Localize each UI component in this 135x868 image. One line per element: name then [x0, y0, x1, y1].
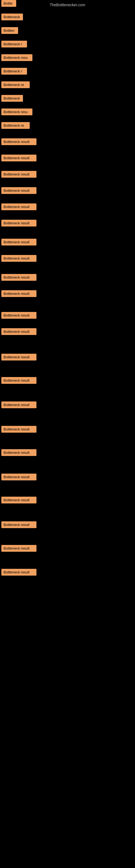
bottleneck-row-5: Bottleneck r [0, 68, 135, 76]
bottleneck-badge[interactable]: Bottleneck resu [1, 108, 32, 115]
bottleneck-badge[interactable]: Bottleneck result [1, 474, 37, 480]
bottleneck-badge[interactable]: Bottleneck result [1, 497, 37, 503]
bottleneck-row-0: Bottle [0, 0, 135, 8]
bottleneck-row-7: Bottleneck [0, 95, 135, 103]
bottleneck-row-1: Bottleneck [0, 13, 135, 22]
bottleneck-badge[interactable]: Bottleneck r [1, 41, 27, 48]
bottleneck-row-2: Bottlen [0, 27, 135, 35]
bottleneck-badge[interactable]: Bottleneck result [1, 204, 37, 210]
bottleneck-badge[interactable]: Bottleneck result [1, 187, 37, 194]
bottleneck-row-27: Bottleneck result [0, 474, 135, 482]
bottleneck-badge[interactable]: Bottleneck result [1, 255, 37, 262]
bottleneck-badge[interactable]: Bottleneck re [1, 82, 30, 88]
bottleneck-row-30: Bottleneck result [0, 545, 135, 553]
bottleneck-row-22: Bottleneck result [0, 354, 135, 362]
bottleneck-row-3: Bottleneck r [0, 41, 135, 49]
bottleneck-row-24: Bottleneck result [0, 401, 135, 409]
bottleneck-badge[interactable]: Bottleneck result [1, 239, 37, 246]
bottleneck-row-23: Bottleneck result [0, 377, 135, 385]
bottleneck-row-17: Bottleneck result [0, 255, 135, 263]
bottleneck-row-26: Bottleneck result [0, 449, 135, 457]
bottleneck-badge[interactable]: Bottleneck result [1, 312, 37, 319]
bottleneck-badge[interactable]: Bottlen [1, 27, 18, 34]
bottleneck-badge[interactable]: Bottleneck result [1, 401, 37, 408]
bottleneck-badge[interactable]: Bottleneck resu [1, 54, 32, 61]
bottleneck-badge[interactable]: Bottleneck result [1, 521, 37, 528]
bottleneck-row-14: Bottleneck result [0, 204, 135, 211]
bottleneck-row-15: Bottleneck result [0, 220, 135, 227]
bottleneck-badge[interactable]: Bottleneck [1, 13, 23, 20]
bottleneck-row-28: Bottleneck result [0, 497, 135, 504]
bottleneck-badge[interactable]: Bottleneck result [1, 138, 37, 145]
bottleneck-row-11: Bottleneck result [0, 155, 135, 162]
bottleneck-badge[interactable]: Bottleneck result [1, 155, 37, 161]
bottleneck-badge[interactable]: Bottleneck result [1, 354, 37, 361]
bottleneck-badge[interactable]: Bottleneck [1, 95, 23, 102]
bottleneck-badge[interactable]: Bottleneck result [1, 545, 37, 552]
bottleneck-badge[interactable]: Bottle [1, 0, 16, 7]
bottleneck-row-13: Bottleneck result [0, 187, 135, 195]
bottleneck-row-4: Bottleneck resu [0, 54, 135, 62]
bottleneck-row-9: Bottleneck re [0, 122, 135, 130]
bottleneck-badge[interactable]: Bottleneck result [1, 449, 37, 456]
bottleneck-badge[interactable]: Bottleneck result [1, 220, 37, 226]
bottleneck-row-21: Bottleneck result [0, 328, 135, 336]
bottleneck-row-16: Bottleneck result [0, 239, 135, 247]
bottleneck-row-20: Bottleneck result [0, 312, 135, 320]
bottleneck-badge[interactable]: Bottleneck r [1, 68, 27, 74]
bottleneck-row-25: Bottleneck result [0, 426, 135, 434]
bottleneck-row-10: Bottleneck result [0, 138, 135, 146]
bottleneck-row-6: Bottleneck re [0, 82, 135, 89]
bottleneck-badge[interactable]: Bottleneck result [1, 274, 37, 281]
bottleneck-badge[interactable]: Bottleneck result [1, 290, 37, 297]
bottleneck-row-19: Bottleneck result [0, 290, 135, 298]
bottleneck-badge[interactable]: Bottleneck result [1, 171, 37, 178]
bottleneck-badge[interactable]: Bottleneck result [1, 426, 37, 433]
bottleneck-badge[interactable]: Bottleneck result [1, 328, 37, 335]
bottleneck-row-8: Bottleneck resu [0, 108, 135, 116]
bottleneck-row-18: Bottleneck result [0, 274, 135, 282]
bottleneck-row-29: Bottleneck result [0, 521, 135, 529]
bottleneck-badge[interactable]: Bottleneck re [1, 122, 30, 129]
bottleneck-badge[interactable]: Bottleneck result [1, 377, 37, 384]
bottleneck-row-12: Bottleneck result [0, 171, 135, 179]
bottleneck-badge[interactable]: Bottleneck result [1, 569, 37, 576]
bottleneck-row-31: Bottleneck result [0, 569, 135, 577]
